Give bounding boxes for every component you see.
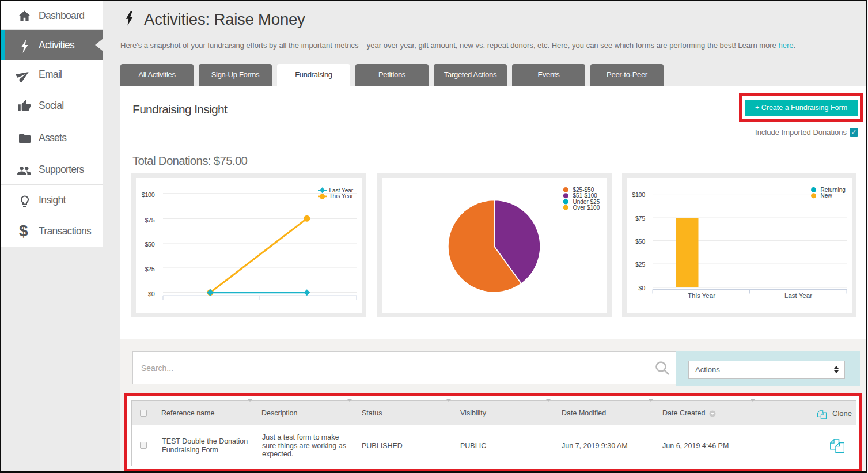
svg-text:$75: $75 (145, 217, 154, 224)
svg-text:$25: $25 (635, 261, 645, 268)
svg-text:Last Year: Last Year (329, 187, 354, 194)
svg-text:$100: $100 (142, 191, 155, 198)
svg-text:Over $100: Over $100 (573, 205, 600, 211)
svg-text:This Year: This Year (329, 193, 354, 199)
svg-text:This Year: This Year (688, 292, 715, 299)
svg-text:$25: $25 (145, 266, 154, 273)
svg-text:$75: $75 (635, 215, 645, 222)
svg-text:New: New (821, 192, 833, 199)
svg-text:$50: $50 (635, 238, 645, 245)
svg-text:$0: $0 (148, 290, 155, 297)
svg-text:Last Year: Last Year (784, 292, 812, 299)
svg-text:$0: $0 (639, 285, 646, 292)
svg-text:$100: $100 (632, 191, 645, 198)
svg-text:$50: $50 (145, 241, 154, 248)
